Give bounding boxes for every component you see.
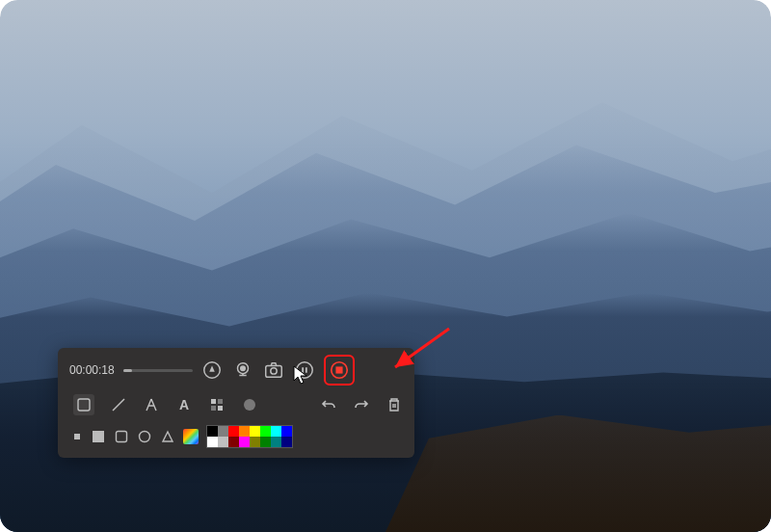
redo-button[interactable]: [353, 396, 370, 413]
mic-button[interactable]: [200, 359, 224, 382]
color-swatch-3[interactable]: [239, 426, 250, 437]
color-swatch-8[interactable]: [207, 437, 218, 447]
redo-icon: [354, 397, 369, 412]
color-swatch-9[interactable]: [218, 437, 228, 447]
svg-point-4: [271, 368, 277, 374]
blur-icon: [209, 397, 225, 412]
color-swatch-15[interactable]: [281, 437, 292, 447]
svg-rect-17: [74, 434, 80, 439]
shape-circle[interactable]: [137, 429, 152, 444]
undo-button[interactable]: [320, 396, 337, 413]
color-swatch-1[interactable]: [218, 426, 228, 437]
arrow-tool-icon: [144, 397, 159, 412]
svg-rect-19: [117, 432, 127, 442]
color-swatch-12[interactable]: [250, 437, 260, 447]
pause-icon: [294, 359, 315, 381]
svg-rect-14: [211, 406, 216, 411]
progress-bar[interactable]: [123, 369, 193, 372]
screenshot-button[interactable]: [262, 359, 285, 382]
recording-timer: 00:00:18: [69, 363, 116, 377]
svg-point-2: [241, 366, 246, 371]
svg-rect-9: [336, 367, 342, 373]
stop-icon: [329, 359, 350, 381]
svg-point-20: [140, 432, 150, 442]
rectangle-icon: [76, 397, 92, 412]
color-swatch-10[interactable]: [228, 437, 239, 447]
trash-icon: [386, 397, 402, 412]
stop-button[interactable]: [328, 359, 351, 382]
color-swatch-14[interactable]: [271, 437, 281, 447]
shape-triangle[interactable]: [160, 429, 175, 444]
pause-button[interactable]: [293, 359, 316, 382]
shape-outlined-square[interactable]: [114, 429, 129, 444]
undo-icon: [321, 397, 336, 412]
tool-arrow[interactable]: [143, 396, 160, 413]
screenshot-icon: [263, 359, 284, 381]
color-swatch-6[interactable]: [271, 426, 281, 437]
handle-icon: [71, 430, 83, 443]
shape-filled-square[interactable]: [91, 429, 106, 444]
tool-line[interactable]: [110, 396, 127, 413]
circle-icon: [138, 430, 151, 443]
color-swatch-0[interactable]: [207, 426, 218, 437]
tool-text[interactable]: A: [175, 396, 193, 413]
tool-brush[interactable]: [241, 396, 258, 413]
svg-rect-13: [218, 399, 223, 404]
color-swatches: [206, 425, 293, 448]
stop-button-highlight: [324, 355, 355, 386]
toolbar-row-shapes: [69, 425, 403, 448]
svg-rect-12: [211, 399, 216, 404]
line-icon: [111, 397, 126, 412]
color-swatch-13[interactable]: [260, 437, 271, 447]
svg-rect-15: [218, 406, 223, 411]
color-swatch-7[interactable]: [281, 426, 292, 437]
svg-rect-10: [78, 399, 90, 411]
toolbar-row-controls: 00:00:18: [69, 356, 403, 385]
color-swatch-2[interactable]: [228, 426, 239, 437]
webcam-icon: [232, 359, 253, 381]
brush-icon: [242, 397, 257, 412]
outlined-square-icon: [115, 430, 128, 443]
svg-point-5: [297, 362, 313, 379]
tool-rectangle[interactable]: [73, 394, 94, 415]
color-picker-button[interactable]: [183, 429, 199, 444]
webcam-button[interactable]: [231, 359, 254, 382]
filled-square-icon: [92, 430, 105, 443]
trash-button[interactable]: [386, 396, 403, 413]
color-swatch-4[interactable]: [250, 426, 260, 437]
svg-point-16: [244, 399, 255, 411]
color-swatch-5[interactable]: [260, 426, 271, 437]
triangle-icon: [161, 430, 174, 443]
recording-toolbar[interactable]: 00:00:18: [58, 348, 414, 458]
color-swatch-11[interactable]: [239, 437, 250, 447]
shape-handle[interactable]: [71, 431, 83, 442]
toolbar-row-tools: A: [69, 390, 403, 419]
mic-icon: [201, 359, 223, 381]
svg-rect-18: [93, 431, 104, 442]
svg-line-11: [113, 399, 124, 411]
tool-blur[interactable]: [208, 396, 226, 413]
